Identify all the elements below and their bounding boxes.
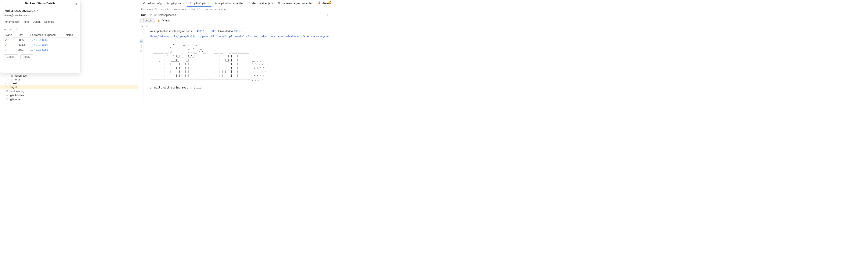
- remove-icon[interactable]: −: [10, 28, 12, 31]
- notifications-icon[interactable]: 🔔: [328, 1, 331, 4]
- file-icon: ≣: [6, 94, 8, 97]
- port-link[interactable]: 8081: [234, 30, 240, 33]
- name-cell: [65, 43, 77, 47]
- table-row[interactable]: ✓8085127.0.0.1:8085: [4, 37, 77, 43]
- file-icon: ⊘: [6, 98, 8, 101]
- kebab-icon[interactable]: ⋮: [73, 9, 77, 13]
- more-vert-icon[interactable]: ⋮: [150, 24, 153, 27]
- chevron-right-icon: ›: [8, 78, 10, 81]
- port-cell: 8085: [17, 37, 29, 43]
- subtab-console[interactable]: Console: [141, 18, 155, 23]
- breadcrumb-part[interactable]: extensions:: [174, 8, 187, 11]
- breadcrumb[interactable]: Document 1/1 › vscode: › extensions: › I…: [139, 7, 332, 12]
- scroll-down-icon[interactable]: ↓: [141, 34, 142, 38]
- chevron-down-icon[interactable]: ⌄: [314, 1, 316, 4]
- more-icon[interactable]: ⋮: [14, 28, 18, 31]
- table-row[interactable]: ✓8081127.0.0.1:8081: [4, 47, 77, 52]
- chevron-down-icon[interactable]: ⌄: [205, 30, 207, 32]
- editor-tab[interactable]: ⚙maven-wrapper.properties: [275, 0, 315, 7]
- chevron-right-icon: ›: [8, 74, 10, 77]
- editor-tab[interactable]: ⊘.gitignore×: [164, 0, 187, 7]
- add-icon[interactable]: ＋: [4, 27, 7, 31]
- editor-tab[interactable]: Y.gitpod.yml×: [187, 0, 212, 7]
- tab-label: devcontainer.json: [252, 2, 273, 5]
- tree-folder[interactable]: ›🗀resources: [0, 74, 138, 78]
- breadcrumb-part[interactable]: vscode:: [161, 8, 170, 11]
- tab-settings[interactable]: Settings: [44, 20, 54, 25]
- status-ok-icon: ✓: [4, 43, 17, 47]
- filetype-icon: ⚙: [143, 2, 146, 5]
- port-link[interactable]: 43807: [196, 30, 204, 33]
- table-row[interactable]: ✓36061127.0.0.1:36061: [4, 43, 77, 47]
- console-gutter: ↑ ↓ ⇥ ⎙ 🗑: [139, 28, 144, 101]
- filetype-icon: Y: [189, 2, 192, 5]
- name-cell: [65, 37, 77, 43]
- port-link[interactable]: 8081: [211, 30, 217, 33]
- chevron-down-icon[interactable]: ⌄: [241, 30, 243, 32]
- status-ok-icon: ✓: [4, 47, 17, 52]
- forward-link[interactable]: 127.0.0.1:8081: [30, 48, 48, 51]
- tree-file[interactable]: ⊘.gitignore: [0, 97, 138, 101]
- stop-icon[interactable]: □: [146, 24, 148, 27]
- filetype-icon: ⚙: [278, 2, 280, 5]
- forward-link[interactable]: 127.0.0.1:8085: [30, 38, 48, 42]
- tree-folder[interactable]: 🗀target: [0, 85, 138, 89]
- status-ok-icon: ✓: [4, 37, 17, 43]
- editor-tab[interactable]: ✾application.properties: [212, 0, 246, 7]
- breadcrumb-sep: ›: [159, 8, 160, 11]
- console-log: /home/helenk/.jdks/openjdk-21/bin/java -…: [146, 34, 330, 89]
- tab-label: .gitpod.yml: [193, 2, 206, 5]
- name-cell: [65, 47, 77, 52]
- folder-icon: 🗀: [11, 78, 14, 81]
- console-subtabs: Console ◐ Actuator: [139, 18, 332, 23]
- project-tree[interactable]: ›🗀resources›🗀scss›🗀test🗀target⚙.editorco…: [0, 74, 138, 101]
- console-content[interactable]: Your application is listening on ports: …: [144, 28, 332, 101]
- tree-folder[interactable]: ›🗀scss: [0, 78, 138, 81]
- rerun-icon[interactable]: ↻: [141, 24, 144, 27]
- panel-icon[interactable]: ◧: [323, 1, 326, 4]
- close-icon[interactable]: ×: [183, 2, 185, 5]
- tree-label: scss: [15, 78, 20, 81]
- tab-performance[interactable]: Performance: [4, 20, 19, 25]
- kebab-icon[interactable]: ⋮: [318, 1, 321, 4]
- pin-icon[interactable]: [75, 1, 78, 5]
- breadcrumb-part[interactable]: Item 1/2: [191, 8, 200, 11]
- run-tool-window-tabs: Run × PetClinicApplication m: [139, 12, 332, 18]
- run-label: Run: [141, 14, 147, 17]
- actuator-icon: ◐: [158, 19, 160, 22]
- folder-icon: 🗀: [6, 86, 9, 89]
- spring-banner: |\ _,,,--,,_ /,`.-'`' ._ \-;;,_ _______ …: [150, 43, 266, 89]
- close-icon[interactable]: ×: [208, 2, 209, 5]
- backend-status-popup: Backend Status Details IntelliJ IDEA 202…: [0, 0, 81, 73]
- apply-button[interactable]: Apply: [20, 54, 33, 59]
- product-name: IntelliJ IDEA 2023.3 EAP: [4, 9, 38, 12]
- tab-output[interactable]: Output: [33, 20, 41, 25]
- breadcrumb-part[interactable]: vscjava.vscode-java-…: [205, 8, 231, 11]
- subtab-actuator[interactable]: ◐ Actuator: [156, 18, 174, 23]
- editor-tab[interactable]: {}devcontainer.json: [246, 0, 275, 7]
- popup-header: Backend Status Details: [0, 0, 80, 6]
- run-config-name: PetClinicApplication: [153, 14, 176, 17]
- tab-ports[interactable]: Ports: [23, 20, 29, 25]
- tree-file[interactable]: ⚙.editorconfig: [0, 89, 138, 93]
- tree-label: .editorconfig: [10, 90, 24, 93]
- editor-tab[interactable]: ⚙.editorconfig: [141, 0, 164, 7]
- run-config-tab[interactable]: × PetClinicApplication: [149, 14, 177, 17]
- cancel-button[interactable]: Cancel: [4, 54, 18, 59]
- popup-title: Backend Status Details: [25, 2, 56, 5]
- user-email: helenk@hvm.kenam.nl: [4, 14, 77, 17]
- trash-icon[interactable]: 🗑: [140, 50, 143, 53]
- listening-ports-line: Your application is listening on ports: …: [146, 30, 330, 33]
- popup-tabs: Performance Ports Output Settings: [4, 20, 77, 25]
- scroll-up-icon[interactable]: ↑: [141, 30, 142, 33]
- soft-wrap-icon[interactable]: ⇥: [140, 39, 143, 43]
- java-command: /home/helenk/.jdks/openjdk-21/bin/java -…: [150, 35, 332, 38]
- close-icon[interactable]: ×: [150, 14, 152, 17]
- forward-link[interactable]: 127.0.0.1:36061: [30, 44, 50, 47]
- folder-icon: 🗀: [8, 82, 11, 85]
- tree-folder[interactable]: ›🗀test: [0, 81, 138, 85]
- file-icon: ⚙: [6, 89, 8, 93]
- print-icon[interactable]: ⎙: [141, 45, 142, 48]
- meta-m-icon[interactable]: m: [327, 13, 331, 17]
- tree-file[interactable]: ≣.gitattributes: [0, 93, 138, 97]
